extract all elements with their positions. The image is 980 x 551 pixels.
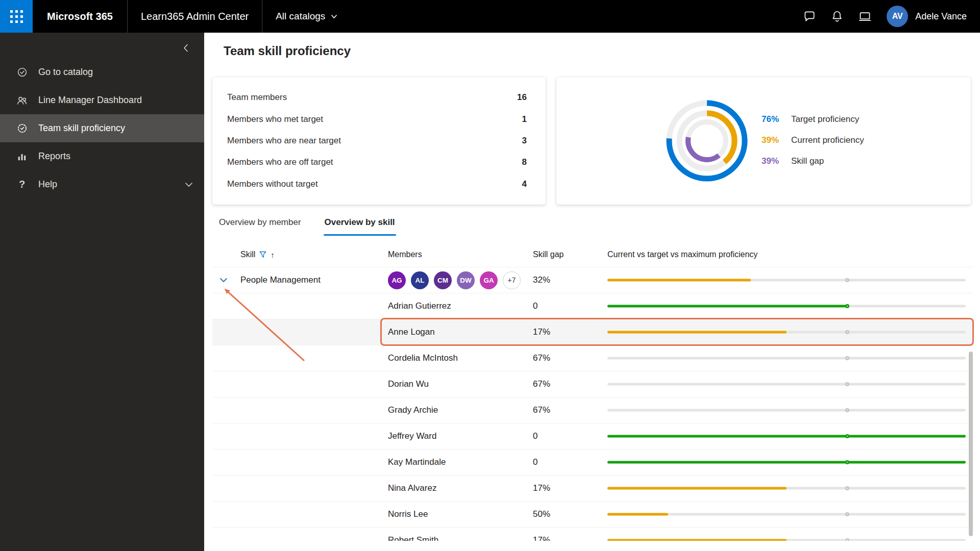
proficiency-bar — [607, 502, 966, 527]
member-row[interactable]: Grady Archie 67% — [212, 397, 973, 423]
proficiency-bar — [607, 345, 966, 371]
question-icon: ? — [16, 179, 28, 191]
sidebar-item-team-skill-proficiency[interactable]: Team skill proficiency — [0, 114, 204, 142]
target-marker — [845, 434, 849, 438]
chevron-down-icon — [331, 14, 337, 19]
member-row[interactable]: Robert Smith 17% — [212, 527, 973, 541]
page-title: Team skill proficiency — [224, 44, 351, 58]
target-marker — [845, 486, 849, 490]
skills-table: Skill ↑ Members Skill gap Current vs tar… — [212, 242, 973, 541]
stat-label: Members who met target — [227, 114, 323, 124]
notifications-bell-icon[interactable] — [823, 0, 851, 33]
member-name: Norris Lee — [382, 509, 527, 519]
chevron-left-icon — [182, 43, 189, 53]
sidebar-item-line-manager-dashboard[interactable]: Line Manager Dashboard — [0, 86, 204, 114]
proficiency-bar-cell — [602, 528, 973, 541]
member-row[interactable]: Dorian Wu 67% — [212, 371, 973, 397]
catalog-selector[interactable]: All catalogs — [262, 0, 351, 33]
avatar[interactable]: AL — [411, 271, 429, 289]
chevron-down-icon[interactable] — [185, 182, 193, 187]
sidebar-item-label: Help — [38, 179, 57, 190]
stat-row: Team members 16 — [227, 92, 527, 103]
proficiency-bar-cell — [602, 371, 973, 397]
target-marker — [845, 460, 849, 464]
app-title[interactable]: Learn365 Admin Center — [128, 11, 262, 22]
collapse-row-button[interactable] — [212, 278, 235, 283]
chat-icon[interactable] — [796, 0, 823, 33]
bar-track — [607, 383, 966, 386]
devices-icon[interactable] — [851, 0, 878, 33]
member-skill-gap: 0 — [527, 301, 602, 311]
bar-fill — [607, 513, 668, 516]
sidebar-item-go-to-catalog[interactable]: Go to catalog — [0, 58, 204, 86]
stat-label: Team members — [227, 92, 287, 103]
target-marker — [845, 278, 849, 282]
member-skill-gap: 67% — [527, 379, 602, 389]
sort-ascending-icon[interactable]: ↑ — [271, 251, 275, 259]
member-name: Anne Logan — [382, 327, 527, 337]
column-header-proficiency: Current vs target vs maximum proficiency — [602, 250, 973, 259]
proficiency-donut-chart — [653, 87, 761, 194]
proficiency-bar-cell — [602, 449, 973, 475]
member-row[interactable]: Adrian Gutierrez 0 — [212, 293, 973, 319]
avatar-overflow-count[interactable]: +7 — [503, 271, 521, 289]
scrollbar[interactable] — [969, 352, 973, 536]
legend-value: 76% — [762, 114, 791, 124]
avatar[interactable]: GA — [480, 271, 498, 289]
user-avatar[interactable]: AV — [887, 6, 908, 27]
proficiency-bar-cell — [602, 475, 973, 501]
column-header-skill-gap: Skill gap — [527, 250, 602, 259]
column-header-skill[interactable]: Skill — [240, 250, 255, 259]
member-row[interactable]: Jeffrey Ward 0 — [212, 423, 973, 449]
member-row[interactable]: Nina Alvarez 17% — [212, 475, 973, 501]
account-menu[interactable]: AV Adele Vance — [878, 0, 980, 33]
app-launcher-button[interactable] — [0, 0, 33, 33]
member-row[interactable]: Anne Logan 17% — [212, 319, 973, 345]
catalog-selector-label: All catalogs — [276, 11, 325, 22]
proficiency-bar-cell — [602, 502, 973, 527]
proficiency-bar — [607, 267, 966, 293]
member-name: Cordelia McIntosh — [382, 353, 527, 363]
legend-label: Skill gap — [791, 156, 824, 166]
legend-value: 39% — [762, 156, 791, 166]
bar-fill — [607, 539, 787, 541]
member-name: Dorian Wu — [382, 379, 527, 389]
target-marker — [845, 304, 849, 308]
target-marker — [845, 408, 849, 412]
member-row[interactable]: Cordelia McIntosh 67% — [212, 345, 973, 371]
member-skill-gap: 17% — [527, 535, 602, 541]
sidebar-collapse-button[interactable] — [176, 38, 196, 58]
target-marker — [845, 512, 849, 516]
tab-overview-by-member[interactable]: Overview by member — [218, 217, 302, 236]
avatar[interactable]: AG — [388, 271, 406, 289]
member-name: Robert Smith — [382, 535, 527, 541]
table-header-row: Skill ↑ Members Skill gap Current vs tar… — [212, 242, 973, 267]
tab-overview-by-skill[interactable]: Overview by skill — [324, 217, 396, 236]
filter-icon[interactable] — [259, 251, 267, 259]
skill-group-row[interactable]: People Management AG AL CM DW GA +7 32% — [212, 267, 973, 293]
member-skill-gap: 17% — [527, 327, 602, 337]
sidebar-item-reports[interactable]: Reports — [0, 142, 204, 170]
stat-label: Members who are off target — [227, 157, 333, 167]
brand-title[interactable]: Microsoft 365 — [33, 11, 127, 22]
sidebar-item-help[interactable]: ? Help — [0, 170, 204, 198]
member-row[interactable]: Kay Martindale 0 — [212, 449, 973, 475]
avatar[interactable]: CM — [434, 271, 452, 289]
proficiency-bar — [607, 371, 966, 397]
member-skill-gap: 67% — [527, 353, 602, 363]
waffle-icon — [10, 10, 23, 23]
member-name: Grady Archie — [382, 405, 527, 415]
legend-value: 39% — [762, 135, 791, 145]
skill-name: People Management — [235, 275, 382, 285]
bar-track — [607, 409, 966, 412]
stat-value: 16 — [517, 92, 527, 103]
catalog-check-icon — [16, 66, 28, 79]
proficiency-bar-cell — [602, 293, 973, 319]
stat-value: 4 — [522, 179, 527, 189]
member-row[interactable]: Norris Lee 50% — [212, 501, 973, 527]
proficiency-bar — [607, 319, 966, 345]
target-marker — [845, 330, 849, 334]
avatar[interactable]: DW — [457, 271, 475, 289]
proficiency-bar-cell — [602, 423, 973, 449]
proficiency-bar-cell — [602, 267, 973, 293]
